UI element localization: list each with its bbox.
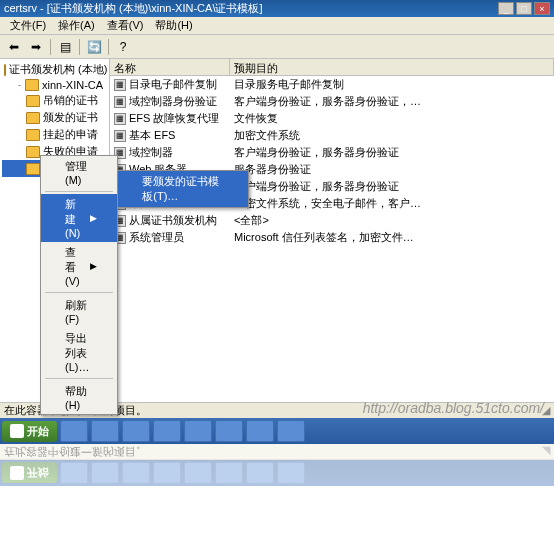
template-name: 系统管理员 (129, 231, 184, 243)
menu-file[interactable]: 文件(F) (4, 16, 52, 35)
col-name[interactable]: 名称 (110, 59, 230, 75)
task-item[interactable] (184, 420, 212, 442)
template-purpose: 客户端身份验证，服务器身份验证，… (230, 94, 554, 109)
list-row[interactable]: ▦EFS 故障恢复代理文件恢复 (110, 110, 554, 127)
template-purpose: 加密文件系统 (230, 128, 554, 143)
menu-view[interactable]: 查看(V) (101, 16, 150, 35)
folder-icon (26, 112, 40, 124)
list-row[interactable]: ▦从属证书颁发机构<全部> (110, 212, 554, 229)
back-button[interactable]: ⬅ (4, 37, 24, 57)
task-item[interactable] (122, 420, 150, 442)
folder-icon (26, 129, 40, 141)
list-row[interactable]: ▦系统管理员Microsoft 信任列表签名，加密文件… (110, 229, 554, 246)
tree-root-label: 证书颁发机构 (本地) (9, 62, 107, 77)
task-item[interactable] (153, 420, 181, 442)
tree-ca[interactable]: - xinn-XIN-CA (2, 78, 107, 92)
minimize-button[interactable]: _ (498, 2, 514, 15)
template-purpose: 目录服务电子邮件复制 (230, 77, 554, 92)
cm-label: 新建(N) (65, 197, 80, 239)
context-menu: 管理(M) 新建(N) ▶ 查看(V) ▶ 刷新(F) 导出列表(L)… 帮助(… (40, 155, 118, 415)
cm-export[interactable]: 导出列表(L)… (41, 328, 117, 376)
window-title: certsrv - [证书颁发机构 (本地)\xinn-XIN-CA\证书模板] (4, 1, 263, 16)
template-purpose: 客户端身份验证，服务器身份验证 (230, 145, 554, 160)
list-row[interactable]: ▦域控制器客户端身份验证，服务器身份验证 (110, 144, 554, 161)
tree-pane: 证书颁发机构 (本地) - xinn-XIN-CA 吊销的证书 颁发的证书 挂起… (0, 59, 110, 402)
cm-refresh[interactable]: 刷新(F) (41, 295, 117, 328)
task-item[interactable] (60, 420, 88, 442)
list-row[interactable]: ▦目录电子邮件复制目录服务电子邮件复制 (110, 76, 554, 93)
tree-item-label: 颁发的证书 (43, 110, 98, 125)
main-content: 证书颁发机构 (本地) - xinn-XIN-CA 吊销的证书 颁发的证书 挂起… (0, 59, 554, 402)
cert-icon: ▦ (114, 96, 126, 108)
bottom-area (0, 486, 554, 553)
cert-icon: ▦ (114, 113, 126, 125)
menu-bar: 文件(F) 操作(A) 查看(V) 帮助(H) (0, 17, 554, 35)
context-submenu: 要颁发的证书模板(T)… (117, 170, 249, 208)
cm-cert-template[interactable]: 要颁发的证书模板(T)… (118, 171, 248, 207)
cm-label: 管理(M) (65, 159, 97, 186)
cert-icon (4, 64, 6, 76)
arrow-right-icon: ▶ (90, 261, 97, 271)
cm-label: 查看(V) (65, 245, 80, 287)
template-name: EFS 故障恢复代理 (129, 112, 219, 124)
cert-icon: ▦ (114, 130, 126, 142)
template-purpose: 客户端身份验证，服务器身份验证 (230, 179, 554, 194)
tree-item-label: 吊销的证书 (43, 93, 98, 108)
arrow-right-icon: ▶ (90, 213, 97, 223)
separator (50, 39, 51, 55)
maximize-button[interactable]: □ (516, 2, 532, 15)
task-item[interactable] (215, 420, 243, 442)
resize-grip-icon[interactable]: ◢ (542, 404, 550, 417)
separator (45, 191, 113, 192)
tree-issued[interactable]: 颁发的证书 (2, 109, 107, 126)
close-button[interactable]: × (534, 2, 550, 15)
window-titlebar: certsrv - [证书颁发机构 (本地)\xinn-XIN-CA\证书模板]… (0, 0, 554, 17)
cm-new[interactable]: 新建(N) ▶ (41, 194, 117, 242)
template-name: 域控制器身份验证 (129, 95, 217, 107)
menu-help[interactable]: 帮助(H) (149, 16, 198, 35)
windows-icon (10, 424, 24, 438)
tree-root[interactable]: 证书颁发机构 (本地) (2, 61, 107, 78)
task-item[interactable] (277, 420, 305, 442)
separator (45, 292, 113, 293)
forward-button[interactable]: ➡ (26, 37, 46, 57)
help-button[interactable]: ? (113, 37, 133, 57)
cm-label: 刷新(F) (65, 298, 97, 325)
tree-revoked[interactable]: 吊销的证书 (2, 92, 107, 109)
start-label: 开始 (27, 424, 49, 439)
separator (108, 39, 109, 55)
menu-action[interactable]: 操作(A) (52, 16, 101, 35)
task-item[interactable] (246, 420, 274, 442)
toolbar: ⬅ ➡ ▤ 🔄 ? (0, 35, 554, 59)
cm-view[interactable]: 查看(V) ▶ (41, 242, 117, 290)
folder-icon (25, 79, 39, 91)
tree-item-label: 挂起的申请 (43, 127, 98, 142)
task-item[interactable] (91, 420, 119, 442)
taskbar: 开始 (0, 418, 554, 444)
cm-label: 要颁发的证书模板(T)… (142, 174, 228, 204)
expand-icon[interactable]: - (14, 80, 25, 90)
folder-icon (26, 163, 40, 175)
list-row[interactable]: ▦基本 EFS加密文件系统 (110, 127, 554, 144)
tree-ca-label: xinn-XIN-CA (42, 79, 103, 91)
cm-manage[interactable]: 管理(M) (41, 156, 117, 189)
cm-label: 帮助(H) (65, 384, 97, 411)
list-row[interactable]: ▦域控制器身份验证客户端身份验证，服务器身份验证，… (110, 93, 554, 110)
list-header: 名称 预期目的 (110, 59, 554, 76)
window-buttons: _ □ × (498, 2, 550, 15)
list-pane: 名称 预期目的 ▦目录电子邮件复制目录服务电子邮件复制▦域控制器身份验证客户端身… (110, 59, 554, 402)
cm-label: 导出列表(L)… (65, 331, 97, 373)
start-button[interactable]: 开始 (2, 421, 57, 442)
cm-help[interactable]: 帮助(H) (41, 381, 117, 414)
show-hide-button[interactable]: ▤ (55, 37, 75, 57)
template-purpose: 文件恢复 (230, 111, 554, 126)
template-name: 目录电子邮件复制 (129, 78, 217, 90)
template-purpose: 服务器身份验证 (230, 162, 554, 177)
col-purpose[interactable]: 预期目的 (230, 59, 554, 75)
template-name: 域控制器 (129, 146, 173, 158)
refresh-button[interactable]: 🔄 (84, 37, 104, 57)
list-body: ▦目录电子邮件复制目录服务电子邮件复制▦域控制器身份验证客户端身份验证，服务器身… (110, 76, 554, 246)
template-purpose: Microsoft 信任列表签名，加密文件… (230, 230, 554, 245)
tree-pending[interactable]: 挂起的申请 (2, 126, 107, 143)
template-name: 基本 EFS (129, 129, 175, 141)
